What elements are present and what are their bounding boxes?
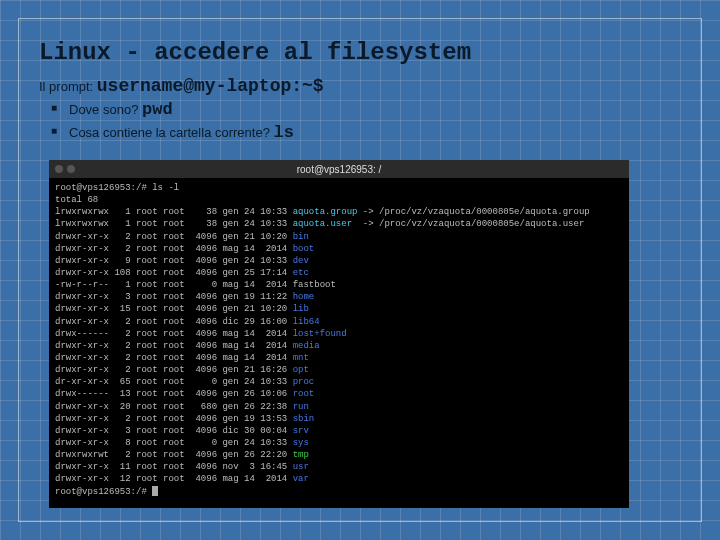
terminal-titlebar: root@vps126953: / [49, 160, 629, 178]
terminal-title: root@vps126953: / [297, 164, 382, 175]
prompt-value: username@my-laptop:~$ [97, 76, 324, 96]
bullet-item: Dove sono? pwd [51, 100, 681, 119]
prompt-label: Il prompt: [39, 79, 93, 94]
prompt-line: Il prompt: username@my-laptop:~$ [39, 76, 681, 96]
bullet-text: Dove sono? [69, 102, 138, 117]
bullet-item: Cosa contiene la cartella corrente? ls [51, 123, 681, 142]
bullet-cmd: pwd [142, 100, 173, 119]
terminal-window: root@vps126953: / root@vps126953:/# ls -… [49, 160, 629, 508]
bullet-list: Dove sono? pwd Cosa contiene la cartella… [39, 100, 681, 142]
slide-title: Linux - accedere al filesystem [39, 39, 681, 66]
window-dot [55, 165, 63, 173]
terminal-body: root@vps126953:/# ls -l total 68 lrwxrwx… [49, 178, 629, 508]
bullet-text: Cosa contiene la cartella corrente? [69, 125, 270, 140]
bullet-cmd: ls [274, 123, 294, 142]
window-controls [55, 165, 75, 173]
window-dot [67, 165, 75, 173]
slide-frame: Linux - accedere al filesystem Il prompt… [18, 18, 702, 522]
